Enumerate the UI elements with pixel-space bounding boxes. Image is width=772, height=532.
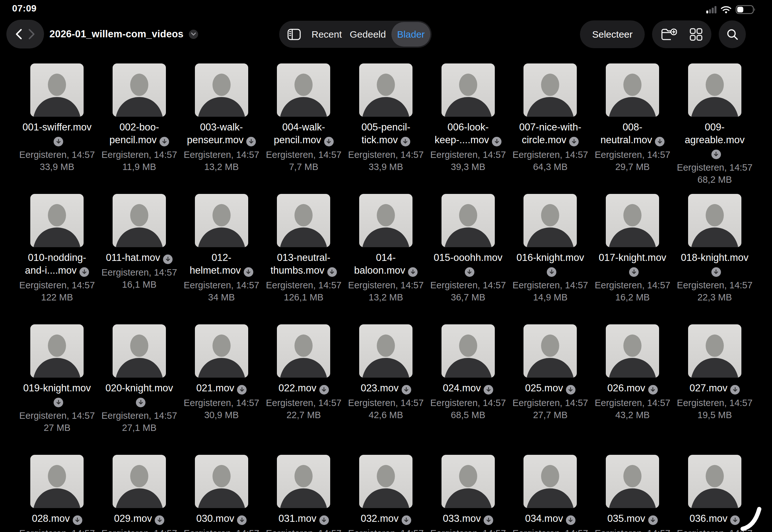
file-item[interactable]: 032.mov Eergisteren, 14:57 xyxy=(345,455,427,532)
select-button[interactable]: Selecteer xyxy=(580,20,645,48)
video-thumbnail[interactable] xyxy=(359,324,412,378)
video-thumbnail[interactable] xyxy=(30,194,84,247)
download-icon[interactable] xyxy=(401,137,410,146)
file-item[interactable]: 004-walk-pencil.mov Eergisteren, 14:57 7… xyxy=(263,63,345,194)
file-item[interactable]: 017-knight.mov Eergisteren, 14:57 16,2 M… xyxy=(591,194,674,324)
video-thumbnail[interactable] xyxy=(523,455,577,508)
file-item[interactable]: 031.mov Eergisteren, 14:57 xyxy=(263,455,345,532)
file-item[interactable]: 020-knight.mov Eergisteren, 14:57 27,1 M… xyxy=(98,324,181,455)
file-item[interactable]: 007-nice-with-circle.mov Eergisteren, 14… xyxy=(509,63,591,194)
download-icon[interactable] xyxy=(566,385,575,395)
download-icon[interactable] xyxy=(402,385,411,395)
video-thumbnail[interactable] xyxy=(30,324,84,378)
file-item[interactable]: 008-neutral.mov Eergisteren, 14:57 29,7 … xyxy=(591,63,674,194)
file-item[interactable]: 019-knight.mov Eergisteren, 14:57 27 MB xyxy=(16,324,98,455)
file-item[interactable]: 023.mov Eergisteren, 14:57 42,6 MB xyxy=(345,324,427,455)
download-icon[interactable] xyxy=(237,385,247,395)
video-thumbnail[interactable] xyxy=(442,324,495,378)
download-icon[interactable] xyxy=(319,385,329,395)
video-thumbnail[interactable] xyxy=(606,455,659,508)
download-icon[interactable] xyxy=(54,137,63,146)
download-icon[interactable] xyxy=(484,385,493,395)
video-thumbnail[interactable] xyxy=(606,194,659,247)
download-icon[interactable] xyxy=(408,267,418,277)
video-thumbnail[interactable] xyxy=(195,63,248,117)
video-thumbnail[interactable] xyxy=(30,63,84,117)
download-icon[interactable] xyxy=(465,267,474,277)
file-item[interactable]: 027.mov Eergisteren, 14:57 19,5 MB xyxy=(674,324,756,455)
download-icon[interactable] xyxy=(327,267,337,277)
search-button[interactable] xyxy=(719,20,746,48)
video-thumbnail[interactable] xyxy=(606,63,659,117)
download-icon[interactable] xyxy=(566,515,575,525)
file-item[interactable]: 016-knight.mov Eergisteren, 14:57 14,9 M… xyxy=(509,194,591,324)
download-icon[interactable] xyxy=(246,137,256,146)
video-thumbnail[interactable] xyxy=(442,63,495,117)
file-item[interactable]: 009-agreable.mov Eergisteren, 14:57 68,2… xyxy=(674,63,756,194)
download-icon[interactable] xyxy=(155,515,164,525)
download-icon[interactable] xyxy=(136,398,145,407)
file-item[interactable]: 021.mov Eergisteren, 14:57 30,9 MB xyxy=(180,324,263,455)
download-icon[interactable] xyxy=(655,137,664,146)
download-icon[interactable] xyxy=(160,137,169,146)
video-thumbnail[interactable] xyxy=(195,324,248,378)
download-icon[interactable] xyxy=(324,137,334,146)
view-options-button[interactable] xyxy=(690,28,702,41)
tab-recent[interactable]: Recent xyxy=(308,29,345,40)
file-item[interactable]: 014-baloon.mov Eergisteren, 14:57 13,2 M… xyxy=(345,194,427,324)
file-item[interactable]: 012-helmet.mov Eergisteren, 14:57 34 MB xyxy=(180,194,263,324)
download-icon[interactable] xyxy=(237,515,247,525)
video-thumbnail[interactable] xyxy=(442,455,495,508)
video-thumbnail[interactable] xyxy=(113,63,166,117)
file-item[interactable]: 005-pencil-tick.mov Eergisteren, 14:57 3… xyxy=(345,63,427,194)
video-thumbnail[interactable] xyxy=(113,194,166,247)
download-icon[interactable] xyxy=(569,137,579,146)
video-thumbnail[interactable] xyxy=(277,455,330,508)
video-thumbnail[interactable] xyxy=(523,324,577,378)
video-thumbnail[interactable] xyxy=(359,455,412,508)
tab-blader[interactable]: Blader xyxy=(391,22,430,47)
file-item[interactable]: 010-nodding-and-i....mov Eergisteren, 14… xyxy=(16,194,98,324)
forward-button[interactable] xyxy=(27,28,36,41)
file-item[interactable]: 022.mov Eergisteren, 14:57 22,7 MB xyxy=(263,324,345,455)
download-icon[interactable] xyxy=(73,515,82,525)
download-icon[interactable] xyxy=(730,385,740,395)
video-thumbnail[interactable] xyxy=(113,455,166,508)
video-thumbnail[interactable] xyxy=(359,194,412,247)
file-item[interactable]: 033.mov Eergisteren, 14:57 xyxy=(427,455,509,532)
video-thumbnail[interactable] xyxy=(606,324,659,378)
video-thumbnail[interactable] xyxy=(195,455,248,508)
video-thumbnail[interactable] xyxy=(30,455,84,508)
download-icon[interactable] xyxy=(319,515,329,525)
back-button[interactable] xyxy=(14,28,24,41)
download-icon[interactable] xyxy=(711,267,721,277)
new-folder-button[interactable] xyxy=(661,28,677,41)
download-icon[interactable] xyxy=(711,150,721,159)
video-thumbnail[interactable] xyxy=(277,324,330,378)
download-icon[interactable] xyxy=(492,137,501,146)
video-thumbnail[interactable] xyxy=(359,63,412,117)
file-item[interactable]: 028.mov Eergisteren, 14:57 xyxy=(16,455,98,532)
video-thumbnail[interactable] xyxy=(688,324,741,378)
file-item[interactable]: 002-boo-pencil.mov Eergisteren, 14:57 11… xyxy=(98,63,181,194)
download-icon[interactable] xyxy=(163,255,173,264)
video-thumbnail[interactable] xyxy=(688,63,741,117)
title-menu-button[interactable] xyxy=(189,30,198,39)
file-item[interactable]: 018-knight.mov Eergisteren, 14:57 22,3 M… xyxy=(674,194,756,324)
video-thumbnail[interactable] xyxy=(195,194,248,247)
download-icon[interactable] xyxy=(54,398,63,407)
file-item[interactable]: 034.mov Eergisteren, 14:57 xyxy=(509,455,591,532)
video-thumbnail[interactable] xyxy=(523,63,577,117)
file-item[interactable]: 026.mov Eergisteren, 14:57 43,2 MB xyxy=(591,324,674,455)
video-thumbnail[interactable] xyxy=(277,63,330,117)
video-thumbnail[interactable] xyxy=(277,194,330,247)
download-icon[interactable] xyxy=(244,267,253,277)
video-thumbnail[interactable] xyxy=(442,194,495,247)
file-item[interactable]: 030.mov Eergisteren, 14:57 xyxy=(180,455,263,532)
file-item[interactable]: 029.mov Eergisteren, 14:57 xyxy=(98,455,181,532)
file-item[interactable]: 003-walk-penseur.mov Eergisteren, 14:57 … xyxy=(180,63,263,194)
tab-gedeeld[interactable]: Gedeeld xyxy=(345,29,390,40)
video-thumbnail[interactable] xyxy=(523,194,577,247)
file-item[interactable]: 015-ooohh.mov Eergisteren, 14:57 36,7 MB xyxy=(427,194,509,324)
download-icon[interactable] xyxy=(547,267,556,277)
